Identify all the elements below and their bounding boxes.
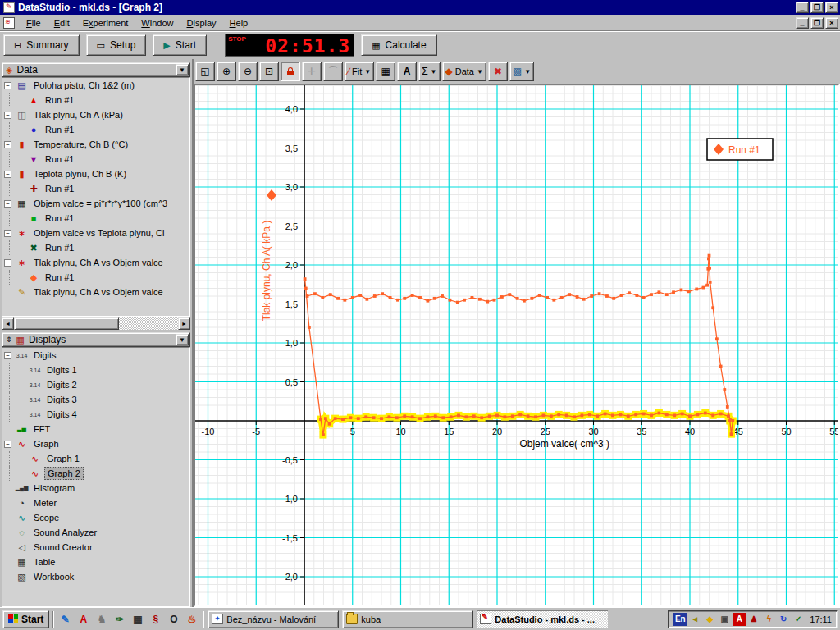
tree-item[interactable]: ◁Sound Creator — [2, 540, 189, 555]
tree-item-label[interactable]: Tlak plynu, Ch A vs Objem valce — [31, 257, 166, 268]
menu-display[interactable]: Display — [180, 16, 223, 30]
task-datastudio-button[interactable]: DataStudio - mkl.ds - ... — [477, 610, 608, 628]
tree-item[interactable]: −3.14Digits — [2, 348, 189, 363]
shortcut-paint-icon[interactable]: ✑ — [112, 611, 127, 627]
tree-item-label[interactable]: Run #1 — [43, 183, 76, 194]
smart-cursor-xy-button[interactable]: ✛ — [302, 62, 322, 81]
collapse-toggle-icon[interactable]: − — [4, 200, 11, 208]
scroll-left-arrow[interactable]: ◄ — [2, 317, 14, 330]
tree-item-label[interactable]: Run #1 — [43, 272, 76, 283]
power-tray-icon[interactable]: ϟ — [762, 613, 775, 626]
tree-item-label[interactable]: Run #1 — [43, 94, 76, 106]
tree-item-label[interactable]: Graph 2 — [44, 467, 84, 480]
shortcut-notes-icon[interactable]: ✎ — [57, 611, 73, 627]
display-tray-icon[interactable]: ▣ — [718, 613, 731, 626]
tree-item[interactable]: ◔Meter — [2, 495, 189, 510]
tree-item[interactable]: −∗Objem valce vs Teplota plynu, Cl — [2, 226, 189, 240]
calculator-button[interactable]: ▦ — [376, 62, 395, 81]
plot-area[interactable]: -10-55101520253035404550554,03,53,02,52,… — [194, 84, 840, 607]
menu-window[interactable]: Window — [135, 16, 180, 30]
menu-experiment[interactable]: Experiment — [76, 16, 135, 30]
tree-item-label[interactable]: Digits 1 — [44, 364, 80, 376]
tree-item[interactable]: ▧Workbook — [2, 569, 189, 584]
tree-item[interactable]: ▦Table — [2, 555, 189, 569]
child-close-button[interactable]: × — [825, 17, 838, 29]
tree-item-label[interactable]: Histogram — [31, 482, 77, 494]
displays-dropdown-arrow[interactable]: ▼ — [176, 334, 189, 345]
child-restore-button[interactable]: ❐ — [810, 17, 824, 29]
start-button[interactable]: ▶ Start — [153, 34, 207, 56]
shortcut-dragon-icon[interactable]: § — [148, 611, 163, 627]
tree-item-label[interactable]: Run #1 — [43, 242, 76, 253]
tree-item[interactable]: ◌Sound Analyzer — [2, 525, 189, 540]
graph-canvas[interactable]: -10-55101520253035404550554,03,53,02,52,… — [195, 85, 838, 605]
scrollbar-thumb[interactable] — [14, 317, 119, 330]
tree-item-label[interactable]: Table — [31, 556, 57, 568]
tree-item[interactable]: 3.14Digits 2 — [2, 377, 189, 392]
collapse-toggle-icon[interactable]: − — [4, 141, 11, 148]
data-dropdown-arrow[interactable]: ▼ — [176, 64, 189, 75]
tree-item-label[interactable]: Graph 1 — [44, 453, 82, 464]
delete-button[interactable]: ✖ — [488, 62, 508, 81]
tree-item[interactable]: 3.14Digits 1 — [2, 363, 189, 377]
zoom-in-button[interactable]: ⊕ — [217, 62, 236, 81]
shortcut-opera-icon[interactable]: O — [166, 611, 181, 627]
sync-tray-icon[interactable]: ↻ — [777, 613, 790, 626]
tree-item[interactable]: −∗Tlak plynu, Ch A vs Objem valce — [2, 255, 189, 270]
start-menu-button[interactable]: Start — [2, 610, 49, 628]
data-tree-scrollbar[interactable]: ◄ ► — [2, 317, 190, 330]
tree-item[interactable]: 3.14Digits 4 — [2, 407, 189, 422]
collapse-toggle-icon[interactable]: − — [4, 171, 11, 178]
tree-item-label[interactable]: Digits 3 — [44, 394, 80, 405]
tree-item[interactable]: ∿Scope — [2, 510, 189, 525]
volume-tray-icon[interactable]: ◄ — [688, 613, 701, 626]
tree-item-label[interactable]: Digits 2 — [44, 379, 80, 390]
zoom-out-button[interactable]: ⊖ — [238, 62, 258, 81]
collapse-toggle-icon[interactable]: − — [4, 352, 11, 359]
shortcut-winamp-icon[interactable]: ♨ — [184, 611, 199, 627]
statistics-sigma-button[interactable]: Σ▼ — [418, 62, 440, 81]
tree-item-label[interactable]: Digits 4 — [44, 409, 80, 420]
scale-to-fit-button[interactable]: ◱ — [195, 62, 215, 81]
close-button[interactable]: × — [825, 2, 838, 13]
tree-item[interactable]: ●Run #1 — [2, 122, 189, 137]
tree-item-label[interactable]: FFT — [31, 423, 52, 435]
agent-tray-icon[interactable]: ♟ — [747, 613, 760, 626]
summary-button[interactable]: ⊟ Summary — [3, 34, 80, 56]
minimize-button[interactable]: _ — [796, 2, 809, 13]
tree-item[interactable]: ▼Run #1 — [2, 152, 189, 167]
data-panel-header[interactable]: ◈ Data ▼ — [2, 62, 190, 77]
tree-item[interactable]: ∿Graph 2 — [2, 466, 189, 481]
shortcut-agent-icon[interactable]: ♞ — [94, 611, 109, 627]
tree-item-label[interactable]: Sound Creator — [31, 541, 95, 553]
ati-tray-icon[interactable]: A — [733, 613, 746, 626]
setup-button[interactable]: ▭ Setup — [86, 34, 147, 56]
calculate-button[interactable]: ▦ Calculate — [361, 34, 436, 56]
splitter-icon[interactable]: ⇕ — [6, 336, 12, 344]
tree-item-label[interactable]: Graph — [31, 438, 62, 450]
tree-item[interactable]: −▦Objem valce = pi*r*r*y*100 (cm^3 — [2, 196, 189, 211]
tree-item-label[interactable]: Temperature, Ch B (°C) — [31, 139, 130, 150]
collapse-toggle-icon[interactable]: − — [4, 112, 11, 119]
collapse-toggle-icon[interactable]: − — [4, 230, 11, 237]
tree-item-label[interactable]: Sound Analyzer — [31, 527, 99, 538]
dropdown-caret-icon[interactable]: ▼ — [477, 68, 483, 75]
tree-item[interactable]: −∿Graph — [2, 436, 189, 451]
tree-item-label[interactable]: Scope — [31, 512, 62, 523]
pen-tray-icon[interactable]: ✓ — [792, 613, 805, 626]
menu-help[interactable]: Help — [223, 16, 255, 30]
scheduler-tray-icon[interactable]: ◆ — [703, 613, 716, 626]
collapse-toggle-icon[interactable]: − — [4, 82, 11, 89]
tree-item-label[interactable]: Digits — [31, 349, 59, 361]
graph-settings-button[interactable]: ▩▼ — [509, 62, 534, 81]
smart-tool-lock-button[interactable] — [281, 62, 300, 81]
tree-item-label[interactable]: Objem valce vs Teplota plynu, Cl — [31, 227, 167, 239]
tree-item[interactable]: ✖Run #1 — [2, 240, 189, 255]
text-tool-button[interactable]: A — [397, 62, 417, 81]
tree-item-label[interactable]: Meter — [31, 497, 59, 509]
task-folder-kuba-button[interactable]: kuba — [342, 610, 473, 628]
language-indicator-tray-icon[interactable]: En — [673, 613, 687, 626]
tree-item-label[interactable]: Run #1 — [43, 124, 76, 135]
dropdown-caret-icon[interactable]: ▼ — [364, 68, 371, 75]
collapse-toggle-icon[interactable]: − — [4, 259, 11, 267]
